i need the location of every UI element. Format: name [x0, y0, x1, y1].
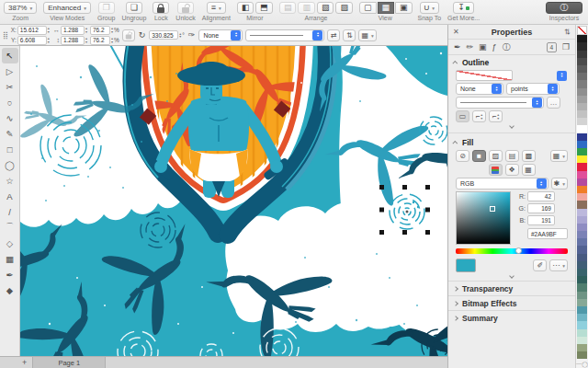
- x-position-field[interactable]: 15.612: [17, 26, 47, 35]
- fountain-fill-button[interactable]: ▨: [489, 150, 503, 162]
- palette-swatch[interactable]: [577, 186, 587, 193]
- current-fill-swatch[interactable]: [456, 259, 476, 272]
- palette-swatch[interactable]: [577, 103, 587, 110]
- canvas-artwork[interactable]: [20, 46, 447, 356]
- ellipse-tool[interactable]: ◯: [2, 157, 18, 173]
- unlock-button[interactable]: [177, 2, 194, 14]
- arrange-forward-button[interactable]: ▤: [279, 2, 297, 14]
- arrange-front-button[interactable]: ▧: [317, 2, 334, 14]
- palette-swatch[interactable]: [577, 96, 587, 103]
- palette-swatch[interactable]: [577, 337, 587, 344]
- stepper-icon[interactable]: [48, 37, 50, 42]
- fill-more-dropdown[interactable]: ⋯: [549, 259, 568, 271]
- outline-collapse-control[interactable]: [448, 123, 575, 131]
- color-field[interactable]: [456, 191, 511, 245]
- view-modes-dropdown[interactable]: Enhanced: [43, 2, 91, 14]
- info-tab-icon[interactable]: ⓘ: [503, 41, 511, 53]
- dock-icon[interactable]: ⇄: [563, 29, 571, 35]
- cap-style-button[interactable]: ⌐: [472, 110, 486, 122]
- view-normal-button[interactable]: ▢: [359, 2, 377, 14]
- palette-swatch[interactable]: [577, 201, 587, 208]
- palette-swatch[interactable]: [577, 306, 587, 314]
- palette-swatch[interactable]: [577, 42, 587, 50]
- outline-color-preview[interactable]: [456, 70, 513, 81]
- palette-swatch[interactable]: [577, 73, 587, 80]
- palette-swatch[interactable]: [577, 171, 587, 178]
- ungroup-button[interactable]: ❏: [126, 2, 142, 14]
- palette-swatch[interactable]: [577, 231, 587, 238]
- g-value-field[interactable]: 169: [527, 203, 555, 213]
- palette-swatch[interactable]: [577, 155, 587, 163]
- options-dropdown[interactable]: ▦: [358, 29, 376, 41]
- palette-swatch[interactable]: [577, 65, 587, 73]
- palette-swatch[interactable]: [577, 344, 587, 351]
- palette-swatch[interactable]: [577, 321, 587, 328]
- outline-width-select[interactable]: None: [456, 83, 503, 95]
- stepper-icon[interactable]: [111, 37, 113, 42]
- palette-swatch[interactable]: [577, 163, 587, 170]
- bitmap-effects-section-header[interactable]: Bitmap Effects: [448, 295, 575, 310]
- palette-swatch[interactable]: [577, 26, 587, 35]
- palette-swatch[interactable]: [577, 133, 587, 141]
- lock-button[interactable]: [153, 2, 169, 14]
- r-value-field[interactable]: 42: [527, 191, 555, 201]
- stepper-icon[interactable]: [48, 27, 50, 32]
- fill-section-header[interactable]: Fill: [448, 135, 575, 149]
- table-tool[interactable]: ▦: [2, 251, 18, 267]
- color-settings-button[interactable]: ✱: [551, 178, 568, 190]
- fill-options-dropdown[interactable]: ▦: [550, 150, 568, 162]
- color-mixers-button[interactable]: ❖: [505, 164, 519, 176]
- palette-swatch[interactable]: [577, 292, 587, 299]
- outline-line-style-select[interactable]: [456, 97, 544, 109]
- flip-button[interactable]: ⇅: [343, 29, 356, 41]
- scale-lock-button[interactable]: [122, 29, 135, 41]
- transparency-tab-icon[interactable]: ▣: [479, 42, 487, 52]
- pages-badge-icon[interactable]: 4: [547, 42, 557, 52]
- outline-section-header[interactable]: Outline: [448, 55, 575, 69]
- color-viewers-button[interactable]: [489, 164, 503, 176]
- palette-swatch[interactable]: [577, 88, 587, 96]
- stepper-icon[interactable]: [557, 71, 567, 81]
- hue-slider[interactable]: [456, 248, 568, 254]
- b-value-field[interactable]: 191: [527, 215, 555, 225]
- palette-swatch[interactable]: [577, 178, 587, 186]
- outline-pen-tool[interactable]: ✒: [2, 267, 18, 282]
- palette-swatch[interactable]: [577, 51, 587, 58]
- copy-icon[interactable]: ❐: [562, 42, 570, 52]
- outline-units-select[interactable]: points: [506, 83, 560, 95]
- palette-swatch[interactable]: [577, 35, 587, 42]
- mirror-horizontal-button[interactable]: ◧: [237, 2, 254, 14]
- view-page-button[interactable]: ▣: [395, 2, 413, 14]
- mirror-vertical-button[interactable]: ◧: [255, 2, 273, 14]
- text-tool[interactable]: A: [2, 189, 18, 204]
- outline-width-dropdown[interactable]: None: [198, 29, 243, 41]
- stepper-icon[interactable]: [111, 27, 113, 32]
- palette-swatch[interactable]: [577, 58, 587, 65]
- swap-button[interactable]: ⇄: [327, 29, 340, 41]
- add-page-button[interactable]: +: [22, 358, 27, 367]
- palette-swatch[interactable]: [577, 314, 587, 321]
- outline-more-button[interactable]: …: [547, 97, 560, 109]
- pattern-fill-button[interactable]: ▤: [505, 150, 519, 162]
- page-tab[interactable]: Page 1: [32, 357, 106, 368]
- palette-swatch[interactable]: [577, 246, 587, 253]
- hex-value-field[interactable]: #2AA9BF: [527, 228, 568, 239]
- freehand-tool[interactable]: ∿: [2, 110, 18, 126]
- crop-tool[interactable]: ✂: [2, 79, 18, 95]
- arrange-backward-button[interactable]: ▥: [298, 2, 315, 14]
- basic-shapes-tool[interactable]: ◇: [2, 236, 18, 251]
- eyedropper-button[interactable]: ✐: [533, 259, 547, 271]
- palette-swatch[interactable]: [577, 80, 587, 87]
- rotation-field[interactable]: 330.825: [149, 30, 178, 40]
- width-field[interactable]: 1.288: [61, 26, 85, 35]
- get-more-button[interactable]: ↧: [453, 2, 474, 14]
- scale-width-field[interactable]: 76.2: [90, 26, 110, 35]
- close-icon[interactable]: ✕: [453, 28, 459, 36]
- palette-swatch[interactable]: [577, 269, 587, 276]
- arrange-back-button[interactable]: ▨: [335, 2, 353, 14]
- hue-slider-handle[interactable]: [515, 247, 522, 254]
- palette-swatch[interactable]: [577, 141, 587, 148]
- line-tool[interactable]: /: [2, 204, 18, 220]
- palette-swatch[interactable]: [577, 238, 587, 246]
- shape-tool[interactable]: ▷: [2, 63, 18, 79]
